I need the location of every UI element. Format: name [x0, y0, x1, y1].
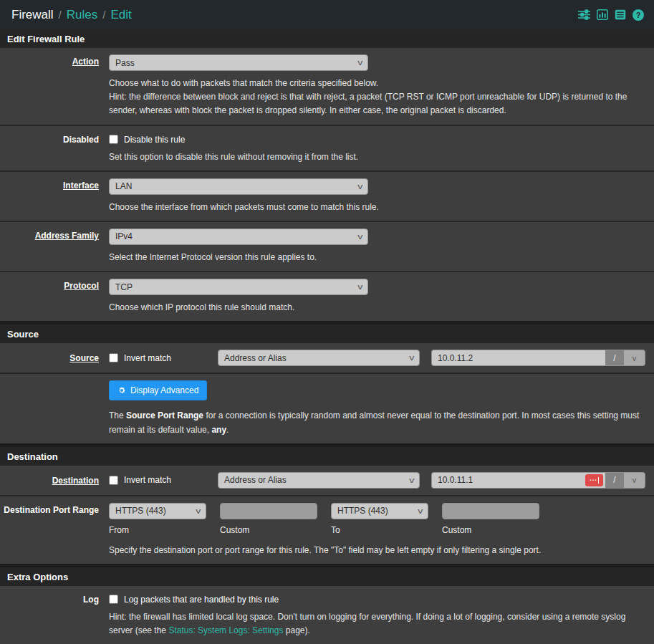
source-mask-select[interactable]: v [624, 350, 645, 366]
breadcrumb-link-rules[interactable]: Rules [67, 8, 97, 22]
action-help: Choose what to do with packets that matc… [109, 77, 645, 118]
system-logs-settings-link[interactable]: Status: System Logs: Settings [168, 625, 283, 635]
source-address-input[interactable] [431, 350, 605, 366]
row-protocol: Protocol TCPv Choose which IP protocol t… [0, 272, 654, 321]
port-to-select[interactable]: HTTPS (443)v [331, 503, 428, 519]
breadcrumb-separator: / [102, 9, 105, 21]
protocol-label: Protocol [0, 279, 109, 314]
breadcrumb-bar: Firewall / Rules / Edit [0, 0, 654, 29]
destination-port-range-help: Specify the destination port or port ran… [109, 544, 645, 557]
chevron-down-icon: v [357, 283, 362, 291]
chevron-down-icon: v [633, 476, 637, 484]
panel-title: Extra Options [0, 567, 654, 586]
panel-title: Edit Firewall Rule [0, 29, 654, 48]
protocol-help: Choose which IP protocol this rule shoul… [109, 301, 645, 314]
panel-title: Destination [0, 447, 654, 466]
address-family-select-value: IPv4 [115, 231, 133, 241]
chevron-down-icon: v [633, 354, 637, 362]
chevron-down-icon: v [418, 507, 423, 515]
port-from-custom-sublabel: Custom [220, 525, 317, 535]
navbar-icons: ? [578, 9, 644, 21]
action-select-value: Pass [115, 58, 135, 68]
port-to-sublabel: To [331, 525, 428, 535]
source-display-advanced-label: Display Advanced [130, 385, 198, 395]
chevron-down-icon: v [409, 354, 414, 362]
chevron-down-icon: v [357, 233, 362, 241]
protocol-select[interactable]: TCPv [109, 279, 368, 295]
row-action: Action Passv Choose what to do with pack… [0, 48, 654, 126]
breadcrumb-section: Firewall [11, 8, 54, 22]
port-from-custom-input[interactable] [220, 503, 317, 519]
log-label: Log [0, 592, 109, 638]
row-disabled: Disabled Disable this rule Set this opti… [0, 126, 654, 172]
log-help: Hint: the firewall has limited local log… [109, 610, 645, 638]
destination-address-input[interactable] [431, 472, 605, 489]
sliders-icon[interactable] [578, 9, 590, 20]
breadcrumb-separator: / [59, 9, 62, 21]
interface-label: Interface [0, 178, 109, 214]
protocol-select-value: TCP [115, 282, 133, 292]
source-display-advanced-button[interactable]: Display Advanced [109, 380, 207, 400]
row-source: Source Invert match Address or Aliasv / [0, 343, 654, 374]
panel-extra-options: Extra Options Log Log packets that are h… [0, 567, 654, 644]
log-packets-checkbox[interactable] [109, 595, 118, 604]
breadcrumb: Firewall / Rules / Edit [11, 8, 132, 22]
address-family-select[interactable]: IPv4v [109, 229, 368, 245]
port-to-select-value: HTTPS (443) [337, 506, 388, 516]
source-type-select-value: Address or Alias [224, 353, 287, 363]
destination-invert-label: Invert match [124, 475, 171, 485]
row-destination-port-range: Destination Port Range HTTPS (443)v From… [0, 496, 654, 564]
panel-title: Source [0, 325, 654, 343]
disabled-label: Disabled [0, 133, 109, 164]
log-list-icon[interactable] [615, 9, 626, 20]
gear-icon [117, 386, 126, 395]
chevron-down-icon: v [196, 507, 201, 515]
row-address-family: Address Family IPv4v Select the Internet… [0, 222, 654, 272]
destination-type-select-value: Address or Alias [224, 475, 287, 485]
firewall-rule-edit-page: Firewall / Rules / Edit [0, 0, 654, 644]
row-log: Log Log packets that are handled by this… [0, 586, 654, 644]
chevron-down-icon: v [409, 476, 414, 484]
disable-rule-checkbox-label: Disable this rule [124, 135, 185, 145]
source-invert-checkbox[interactable] [109, 353, 118, 362]
row-source-advanced: Display Advanced The Source Port Range f… [0, 374, 654, 443]
breadcrumb-link-edit[interactable]: Edit [110, 8, 131, 22]
address-family-help: Select the Internet Protocol version thi… [109, 251, 645, 264]
interface-select-value: LAN [115, 181, 132, 191]
port-from-sublabel: From [109, 525, 206, 535]
destination-mask-select[interactable]: v [624, 472, 645, 489]
address-family-label: Address Family [0, 229, 109, 264]
destination-type-select[interactable]: Address or Aliasv [218, 472, 420, 489]
interface-help: Choose the interface from which packets … [109, 201, 645, 214]
panel-destination: Destination Destination Invert match Add… [0, 447, 654, 564]
row-destination: Destination Invert match Address or Alia… [0, 466, 654, 496]
port-from-select[interactable]: HTTPS (443)v [109, 503, 206, 519]
source-label: Source [0, 350, 109, 366]
port-to-custom-input[interactable] [442, 503, 539, 519]
destination-port-range-label: Destination Port Range [0, 503, 109, 557]
panel-edit-firewall-rule: Edit Firewall Rule Action Passv Choose w… [0, 29, 654, 321]
svg-text:?: ? [636, 11, 641, 19]
disabled-help: Set this option to disable this rule wit… [109, 150, 645, 164]
source-invert-label: Invert match [124, 353, 171, 363]
log-packets-checkbox-label: Log packets that are handled by this rul… [124, 595, 279, 605]
chevron-down-icon: v [357, 183, 362, 191]
source-help: The Source Port Range for a connection i… [109, 409, 645, 436]
interface-select[interactable]: LANv [109, 178, 368, 195]
destination-invert-checkbox[interactable] [109, 476, 118, 485]
row-interface: Interface LANv Choose the interface from… [0, 172, 654, 222]
password-manager-autofill-icon[interactable]: ... [585, 474, 603, 486]
action-select[interactable]: Passv [109, 54, 368, 71]
port-from-select-value: HTTPS (443) [115, 506, 166, 516]
source-mask-separator: / [605, 350, 624, 366]
port-to-custom-sublabel: Custom [442, 525, 539, 535]
destination-label: Destination [0, 472, 109, 489]
destination-mask-separator: / [605, 472, 624, 489]
chevron-down-icon: v [357, 59, 362, 67]
panel-source: Source Source Invert match Address or Al… [0, 325, 654, 443]
source-type-select[interactable]: Address or Aliasv [218, 350, 420, 366]
help-icon[interactable]: ? [633, 9, 644, 21]
bar-chart-icon[interactable] [597, 9, 608, 20]
action-label: Action [0, 54, 109, 118]
disable-rule-checkbox[interactable] [109, 135, 118, 144]
